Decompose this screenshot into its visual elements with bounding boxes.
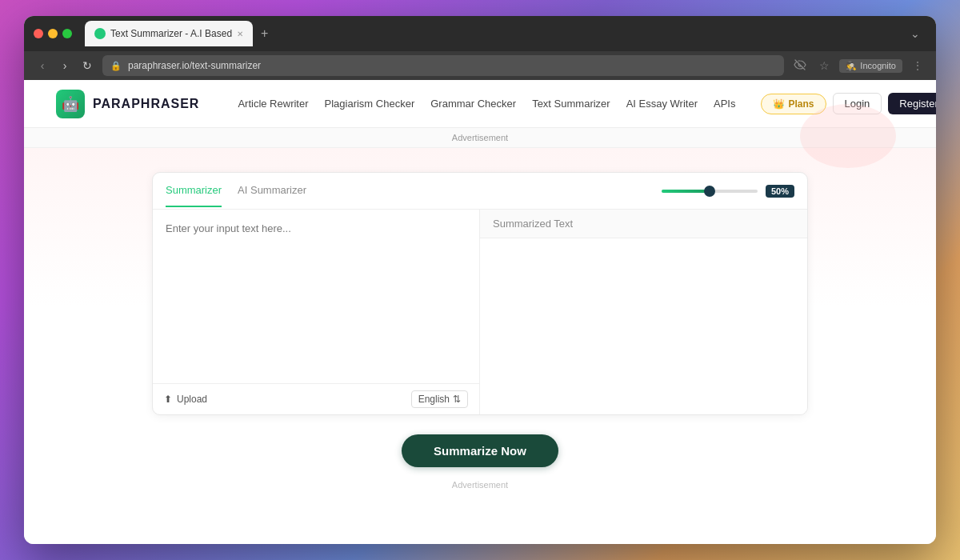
active-tab[interactable]: Text Summarizer - A.I Based ✕ xyxy=(85,21,253,46)
url-bar[interactable]: 🔒 paraphraser.io/text-summarizer xyxy=(102,55,784,76)
nav-apis[interactable]: APIs xyxy=(714,98,735,110)
page-content: 🤖 PARAPHRASER Article Rewriter Plagiaris… xyxy=(24,80,936,544)
browser-window: Text Summarizer - A.I Based ✕ + ⌄ ‹ › ↻ … xyxy=(24,16,936,544)
nav-actions: 👑 Plans Login Register English ▾ xyxy=(761,93,936,114)
new-tab-button[interactable]: + xyxy=(256,23,273,44)
tab-favicon xyxy=(94,28,106,39)
tool-header: Summarizer AI Summarizer 50% xyxy=(153,173,807,210)
nav-buttons: ‹ › ↻ xyxy=(34,57,96,74)
output-pane: Summarized Text xyxy=(480,210,807,414)
slider-thumb xyxy=(704,186,715,197)
upload-label: Upload xyxy=(177,394,207,405)
tool-body: ⬆ Upload English ⇅ Summarized Tex xyxy=(153,210,807,414)
upload-button[interactable]: ⬆ Upload xyxy=(164,394,207,405)
incognito-badge: 🕵 Incognito xyxy=(839,59,902,73)
logo-icon: 🤖 xyxy=(56,90,85,118)
input-language-selector[interactable]: English ⇅ xyxy=(411,390,468,408)
nav-grammar-checker[interactable]: Grammar Checker xyxy=(430,98,516,110)
title-bar: Text Summarizer - A.I Based ✕ + ⌄ xyxy=(24,16,936,51)
incognito-icon: 🕵 xyxy=(846,61,857,71)
input-footer: ⬆ Upload English ⇅ xyxy=(153,383,479,414)
ad-banner-bottom: Advertisement xyxy=(452,480,508,490)
tab-close-icon[interactable]: ✕ xyxy=(237,30,243,38)
plans-label: Plans xyxy=(788,98,814,110)
reload-button[interactable]: ↻ xyxy=(78,57,96,74)
tab-title: Text Summarizer - A.I Based xyxy=(110,28,232,39)
input-pane: ⬆ Upload English ⇅ xyxy=(153,210,480,414)
maximize-window-button[interactable] xyxy=(62,29,72,38)
more-options-button[interactable]: ⋮ xyxy=(909,56,926,75)
sort-icon: ⇅ xyxy=(453,394,461,405)
nav-plagiarism-checker[interactable]: Plagiarism Checker xyxy=(325,98,415,110)
tool-panel: Summarizer AI Summarizer 50% xyxy=(152,172,808,415)
nav-ai-essay-writer[interactable]: AI Essay Writer xyxy=(626,98,698,110)
plans-button[interactable]: 👑 Plans xyxy=(761,94,826,114)
slider-fill xyxy=(662,190,710,193)
output-area xyxy=(480,238,807,414)
main-nav: 🤖 PARAPHRASER Article Rewriter Plagiaris… xyxy=(24,80,936,128)
input-textarea[interactable] xyxy=(153,210,479,383)
login-button[interactable]: Login xyxy=(833,93,882,114)
summarize-section: Summarize Now xyxy=(402,434,558,467)
slider-section: 50% xyxy=(662,185,794,198)
register-button[interactable]: Register xyxy=(888,93,936,114)
url-text: paraphraser.io/text-summarizer xyxy=(128,60,261,71)
logo-area: 🤖 PARAPHRASER xyxy=(56,90,199,118)
browser-actions: ☆ 🕵 Incognito ⋮ xyxy=(790,55,926,77)
forward-button[interactable]: › xyxy=(56,57,74,74)
ad-banner-top: Advertisement xyxy=(24,128,936,148)
lock-icon: 🔒 xyxy=(110,61,122,71)
address-bar: ‹ › ↻ 🔒 paraphraser.io/text-summarizer ☆… xyxy=(24,51,936,80)
logo-text: PARAPHRASER xyxy=(93,97,199,111)
output-header-label: Summarized Text xyxy=(493,218,573,230)
tab-summarizer[interactable]: Summarizer xyxy=(166,174,222,207)
crown-icon: 👑 xyxy=(773,98,785,110)
input-lang-label: English xyxy=(418,394,450,405)
tab-ai-summarizer[interactable]: AI Summarizer xyxy=(238,174,306,207)
incognito-label: Incognito xyxy=(860,61,896,70)
tab-bar: Text Summarizer - A.I Based ✕ + xyxy=(85,21,898,46)
minimize-window-button[interactable] xyxy=(48,29,58,38)
window-controls: ⌄ xyxy=(904,24,926,43)
summarize-button[interactable]: Summarize Now xyxy=(402,434,558,467)
nav-text-summarizer[interactable]: Text Summarizer xyxy=(532,98,610,110)
nav-article-rewriter[interactable]: Article Rewriter xyxy=(238,98,308,110)
back-button[interactable]: ‹ xyxy=(34,57,51,74)
nav-links: Article Rewriter Plagiarism Checker Gram… xyxy=(238,98,735,110)
close-window-button[interactable] xyxy=(34,29,43,38)
output-header: Summarized Text xyxy=(480,210,807,238)
summary-length-slider[interactable] xyxy=(662,190,758,193)
eye-off-icon[interactable] xyxy=(790,55,810,77)
traffic-lights xyxy=(34,29,72,38)
main-area: Summarizer AI Summarizer 50% xyxy=(24,148,936,544)
bookmark-icon[interactable]: ☆ xyxy=(816,56,833,75)
slider-percentage: 50% xyxy=(766,185,794,198)
upload-icon: ⬆ xyxy=(164,394,172,405)
